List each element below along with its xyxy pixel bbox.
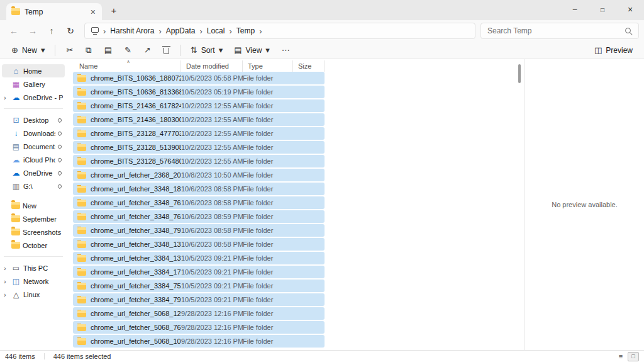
column-size[interactable]: Size [293, 60, 325, 72]
column-date-modified[interactable]: Date modified [181, 60, 243, 72]
file-date-modified: 10/6/2023 08:58 PM [181, 240, 243, 248]
breadcrumb-item[interactable]: AppData [166, 26, 196, 35]
details-view-button[interactable] [615, 352, 626, 361]
file-row[interactable]: chrome_BITS_23128_513908135 10/2/2023 12… [73, 141, 325, 154]
file-name: chrome_url_fetcher_3348_184030118 [91, 185, 181, 193]
toolbar-action-button[interactable] [80, 43, 97, 58]
toolbar-action-button[interactable] [158, 43, 175, 58]
sidebar-item[interactable]: Linux [2, 288, 65, 301]
sidebar-item-label: iCloud Photos [23, 156, 55, 164]
chevron-right-icon[interactable] [4, 94, 9, 101]
sidebar-item[interactable]: iCloud Photos [2, 153, 65, 166]
file-name: chrome_url_fetcher_5068_12030369 [91, 310, 181, 317]
refresh-button[interactable] [62, 22, 79, 40]
sidebar-section-quick: Home Gallery OneDrive - Persona [2, 64, 65, 104]
pin-icon [57, 183, 62, 188]
file-name: chrome_BITS_10636_188072365 [91, 74, 181, 82]
network-icon [11, 277, 21, 286]
new-button[interactable]: New [6, 43, 50, 58]
file-row[interactable]: chrome_url_fetcher_5068_1016669819 9/28/… [73, 335, 325, 348]
file-explorer-window: Temp Harshit Arora AppData [0, 0, 644, 59]
file-row[interactable]: chrome_BITS_10636_813368861 10/5/2023 05… [73, 86, 325, 98]
vertical-scrollbar[interactable] [518, 60, 522, 350]
folder-icon [77, 241, 86, 248]
chevron-right-icon[interactable] [4, 291, 9, 298]
tab-temp[interactable]: Temp [6, 3, 102, 20]
file-row[interactable]: chrome_url_fetcher_3348_1390261003 10/6/… [73, 238, 325, 251]
sidebar-item[interactable]: Gallery [2, 77, 65, 91]
file-date-modified: 10/8/2023 10:50 AM [181, 171, 243, 179]
paste-icon [104, 46, 112, 54]
chevron-right-icon [158, 27, 161, 35]
toolbar-action-button[interactable] [99, 43, 118, 58]
sidebar-section-folders: New September Screenshots [2, 199, 65, 252]
file-row[interactable]: chrome_url_fetcher_3348_762603971 10/6/2… [73, 210, 325, 223]
file-row[interactable]: chrome_BITS_21436_617824255 10/2/2023 12… [73, 99, 325, 112]
sidebar-item-label: Gallery [23, 81, 63, 88]
maximize-button[interactable] [589, 0, 616, 19]
column-type[interactable]: Type [243, 60, 293, 72]
column-type-label: Type [248, 62, 263, 70]
large-icons-view-button[interactable] [628, 352, 639, 361]
toolbar-action-button[interactable] [60, 43, 79, 58]
file-row[interactable]: chrome_url_fetcher_5068_12030369 9/28/20… [73, 307, 325, 320]
up-button[interactable] [43, 22, 60, 40]
column-size-label: Size [298, 62, 311, 70]
file-row[interactable]: chrome_BITS_10636_188072365 10/5/2023 05… [73, 72, 325, 84]
file-type: File folder [243, 254, 293, 262]
sidebar-item[interactable]: Screenshots [2, 225, 65, 239]
cut-icon [66, 46, 73, 54]
file-row[interactable]: chrome_url_fetcher_3384_799376111 10/5/2… [73, 293, 325, 306]
sidebar-item[interactable]: Documents [2, 140, 65, 153]
scrollbar-thumb[interactable] [518, 64, 521, 83]
toolbar-action-button[interactable] [119, 43, 137, 58]
sidebar-divider [4, 108, 63, 109]
sidebar-item[interactable]: New [2, 199, 65, 212]
sidebar-item[interactable]: Downloads [2, 127, 65, 140]
preview-button[interactable]: Preview [589, 43, 638, 58]
toolbar-action-button[interactable] [138, 43, 157, 58]
minimize-button[interactable] [561, 0, 589, 19]
breadcrumb-item[interactable]: Temp [236, 26, 255, 35]
file-row[interactable]: chrome_url_fetcher_3384_172591398 10/5/2… [73, 266, 325, 278]
sidebar-item[interactable]: Desktop [2, 113, 65, 127]
sidebar-item[interactable]: September [2, 212, 65, 225]
sidebar-item[interactable]: Network [2, 274, 65, 288]
file-row[interactable]: chrome_url_fetcher_3384_133701332 10/5/2… [73, 252, 325, 264]
sidebar-item[interactable]: This PC [2, 261, 65, 274]
file-row[interactable]: chrome_url_fetcher_5068_764171856 9/28/2… [73, 321, 325, 334]
file-row[interactable]: chrome_url_fetcher_3348_184030118 10/6/2… [73, 183, 325, 195]
sidebar-item[interactable]: Home [2, 64, 65, 77]
sidebar-item[interactable]: OneDrive - Persona [2, 91, 65, 104]
sidebar: Home Gallery OneDrive - Persona [0, 59, 67, 350]
more-button[interactable] [276, 43, 296, 58]
file-type: File folder [243, 337, 293, 345]
view-button[interactable]: View [229, 43, 275, 58]
file-row[interactable]: chrome_url_fetcher_3348_762165606 10/6/2… [73, 196, 325, 209]
back-button[interactable] [5, 22, 23, 40]
forward-button[interactable] [24, 22, 42, 40]
file-row[interactable]: chrome_url_fetcher_3384_754151892 10/5/2… [73, 280, 325, 292]
sidebar-item[interactable]: OneDrive [2, 166, 65, 179]
sort-button[interactable]: Sort [186, 43, 228, 58]
chevron-right-icon[interactable] [4, 278, 9, 285]
column-name[interactable]: Name [73, 60, 181, 72]
sidebar-item[interactable]: October [2, 239, 65, 252]
sidebar-item[interactable]: G:\ [2, 179, 65, 193]
file-row[interactable]: chrome_BITS_23128_576480583 10/2/2023 12… [73, 155, 325, 167]
breadcrumb-item[interactable]: Local [207, 26, 225, 35]
folder-icon [77, 130, 86, 137]
close-button[interactable] [616, 0, 644, 19]
address-bar[interactable]: Harshit Arora AppData Local Temp [84, 23, 475, 39]
tab-close-icon[interactable] [89, 7, 97, 17]
chevron-right-icon [199, 27, 202, 35]
chevron-right-icon[interactable] [4, 264, 9, 272]
file-row[interactable]: chrome_url_fetcher_3348_791636275 10/6/2… [73, 224, 325, 237]
new-tab-button[interactable] [106, 2, 122, 18]
file-date-modified: 10/5/2023 09:21 PM [181, 282, 243, 290]
breadcrumb-item[interactable]: Harshit Arora [110, 26, 154, 35]
file-row[interactable]: chrome_BITS_23128_477703953 10/2/2023 12… [73, 127, 325, 140]
file-row[interactable]: chrome_url_fetcher_2368_2079736239 10/8/… [73, 169, 325, 181]
file-row[interactable]: chrome_BITS_21436_1803008613 10/2/2023 1… [73, 113, 325, 126]
search-box[interactable]: Search Temp [480, 23, 639, 39]
